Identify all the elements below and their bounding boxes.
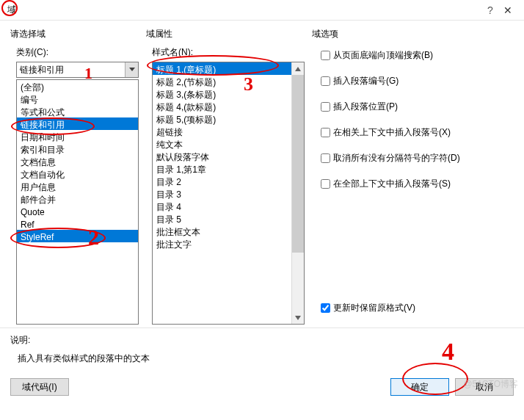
list-item[interactable]: 批注文字 [153,237,291,250]
style-name-listbox[interactable]: 标题 1,(章标题)标题 2,(节标题)标题 3,(条标题)标题 4,(款标题)… [152,62,305,325]
option-checkbox[interactable] [321,76,330,86]
list-item[interactable]: 目录 4 [153,200,291,212]
scroll-up-icon[interactable] [292,62,304,75]
list-item[interactable]: 纯文本 [153,137,291,150]
list-item[interactable]: Ref [17,217,138,230]
list-item[interactable]: 目录 5 [153,212,291,225]
list-item[interactable]: Quote [17,205,138,217]
list-item[interactable]: 标题 1,(章标题) [153,62,291,75]
list-item[interactable]: 日期和时间 [17,130,138,142]
field-codes-button[interactable]: 域代码(I) [10,378,69,396]
option-checkbox[interactable] [321,153,330,163]
option-checkbox[interactable] [321,128,330,137]
watermark: @51CTO博客 [463,378,518,391]
option-label: 在全部上下文中插入段落号(S) [333,178,451,190]
dialog-title: 域 [7,4,481,16]
list-item[interactable]: StyleRef [17,230,138,242]
list-item[interactable]: 标题 2,(节标题) [153,75,291,87]
select-field-label: 请选择域 [10,28,139,40]
scrollbar[interactable] [291,62,304,324]
option-checkbox[interactable] [321,51,330,60]
list-item[interactable]: 链接和引用 [17,117,138,130]
option-label: 插入段落位置(P) [333,101,398,113]
list-item[interactable]: (全部) [17,80,138,93]
preserve-format-label: 更新时保留原格式(V) [333,302,415,314]
option-checkbox[interactable] [321,179,330,189]
option-checkbox[interactable] [321,102,330,112]
style-name-label: 样式名(N): [146,46,305,59]
ok-button[interactable]: 确定 [390,378,449,396]
list-item[interactable]: 标题 4,(款标题) [153,100,291,112]
list-item[interactable]: 索引和目录 [17,142,138,155]
description-text: 插入具有类似样式的段落中的文本 [10,352,514,365]
category-combo-text: 链接和引用 [17,62,125,77]
chevron-down-icon[interactable] [125,62,138,77]
category-label: 类别(C): [10,46,139,59]
field-name-listbox[interactable]: (全部)编号等式和公式链接和引用日期和时间索引和目录文档信息文档自动化用户信息邮… [16,79,139,325]
description-label: 说明: [10,334,514,347]
help-icon[interactable]: ? [481,4,499,16]
list-item[interactable]: 用户信息 [17,180,138,192]
list-item[interactable]: 等式和公式 [17,105,138,117]
list-item[interactable]: 文档自动化 [17,167,138,180]
list-item[interactable]: 文档信息 [17,155,138,167]
preserve-format-checkbox[interactable] [321,303,330,313]
option-label: 取消所有没有分隔符号的字符(D) [333,152,460,164]
list-item[interactable]: 批注框文本 [153,225,291,237]
option-label: 插入段落编号(G) [333,75,399,87]
list-item[interactable]: 目录 2 [153,175,291,187]
list-item[interactable]: 目录 3 [153,187,291,200]
field-options-label: 域选项 [312,28,514,40]
list-item[interactable]: 邮件合并 [17,192,138,205]
option-label: 在相关上下文中插入段落号(X) [333,126,451,139]
field-properties-label: 域属性 [146,28,305,40]
list-item[interactable]: 目录 1,第1章 [153,162,291,175]
list-item[interactable]: 编号 [17,93,138,105]
scroll-thumb[interactable] [292,75,304,253]
scroll-down-icon[interactable] [292,311,304,324]
option-label: 从页面底端向顶端搜索(B) [333,49,433,62]
list-item[interactable]: 标题 5,(项标题) [153,112,291,125]
list-item[interactable]: 超链接 [153,125,291,137]
category-combo[interactable]: 链接和引用 [16,62,139,78]
list-item[interactable]: 标题 3,(条标题) [153,87,291,100]
close-icon[interactable]: ✕ [499,4,517,16]
list-item[interactable]: 默认段落字体 [153,150,291,162]
